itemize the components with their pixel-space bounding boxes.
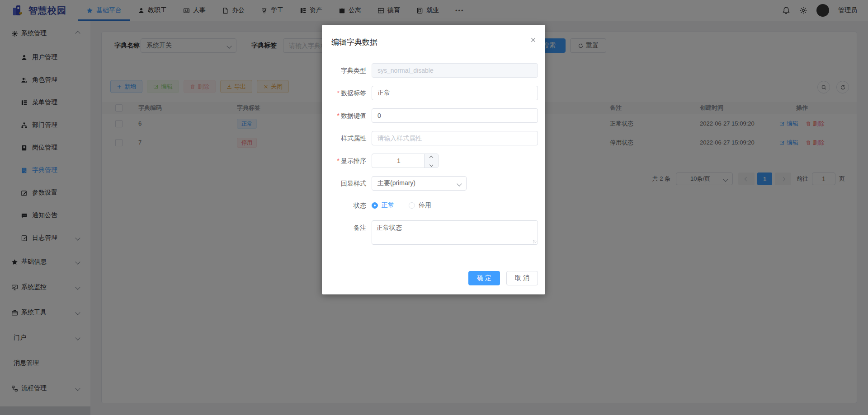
radio-icon [372, 202, 378, 209]
field-sort: *显示排序 [331, 154, 538, 168]
list-class-select[interactable]: 主要(primary) [372, 176, 467, 191]
chevron-down-icon [429, 163, 433, 166]
field-data-label: *数据标签 [331, 86, 538, 100]
status-radio-disabled[interactable]: 停用 [409, 201, 431, 210]
stepper-decrease-button[interactable] [425, 161, 438, 168]
remark-textarea[interactable]: 正常状态 [372, 220, 538, 245]
dict-type-input [372, 63, 538, 78]
css-class-input[interactable] [372, 131, 538, 145]
sort-number-stepper [372, 154, 439, 168]
app-screen: 智慧校园 基础平台 教职工 人事 办公 学工 [0, 0, 868, 415]
required-asterisk: * [337, 89, 340, 97]
cancel-button[interactable]: 取 消 [506, 271, 538, 285]
radio-icon [409, 202, 415, 209]
data-label-input[interactable] [372, 86, 538, 100]
field-list-class: 回显样式 主要(primary) [331, 176, 538, 191]
field-css-class: 样式属性 [331, 131, 538, 145]
field-dict-type: 字典类型 [331, 63, 538, 78]
stepper-increase-button[interactable] [425, 154, 438, 161]
field-data-value: *数据键值 [331, 108, 538, 123]
field-status: 状态 正常 停用 [331, 199, 538, 212]
status-radio-normal[interactable]: 正常 [372, 201, 394, 210]
required-asterisk: * [337, 157, 340, 164]
chevron-down-icon [457, 181, 462, 186]
confirm-button[interactable]: 确 定 [468, 271, 500, 285]
dialog-close-button[interactable] [530, 37, 537, 43]
required-asterisk: * [337, 112, 340, 119]
data-value-input[interactable] [372, 108, 538, 123]
close-icon [530, 37, 537, 43]
dialog-title: 编辑字典数据 [331, 37, 377, 47]
chevron-up-icon [429, 155, 433, 159]
field-remark: 备注 正常状态 [331, 220, 538, 245]
edit-dict-data-dialog: 编辑字典数据 字典类型 *数据标签 *数据键值 样式属性 *显示排序 [322, 25, 545, 294]
